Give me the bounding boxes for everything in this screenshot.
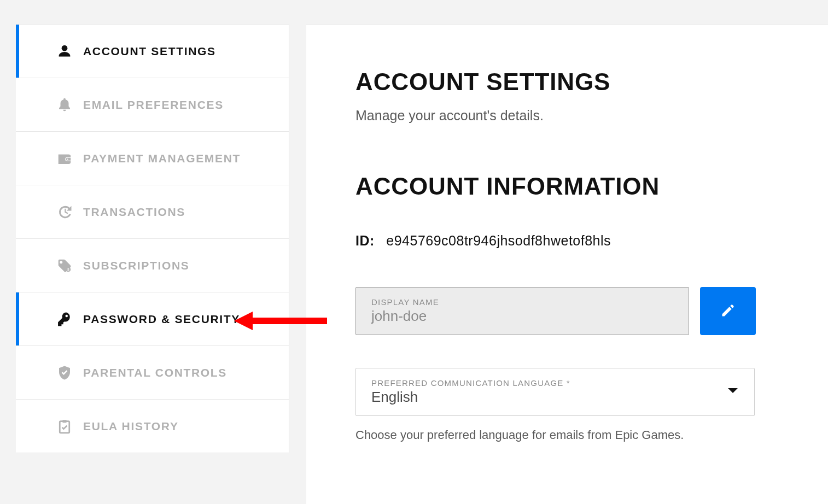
sidebar-item-label: SUBSCRIPTIONS bbox=[83, 259, 190, 272]
tag-icon: $ bbox=[52, 257, 77, 274]
sidebar-item-label: PAYMENT MANAGEMENT bbox=[83, 152, 241, 165]
sidebar-item-eula-history[interactable]: EULA HISTORY bbox=[16, 400, 289, 453]
sidebar-item-email-preferences[interactable]: EMAIL PREFERENCES bbox=[16, 78, 289, 132]
sidebar-item-label: EULA HISTORY bbox=[83, 420, 179, 433]
edit-display-name-button[interactable] bbox=[700, 287, 756, 335]
account-id-label: ID: bbox=[355, 233, 375, 248]
sidebar-item-label: ACCOUNT SETTINGS bbox=[83, 45, 216, 58]
account-id-row: ID: e945769c08tr946jhsodf8hwetof8hls bbox=[355, 233, 779, 249]
sidebar-item-label: EMAIL PREFERENCES bbox=[83, 98, 224, 112]
bell-icon bbox=[52, 97, 77, 113]
page-subtitle: Manage your account's details. bbox=[355, 108, 779, 124]
caret-down-icon bbox=[727, 387, 739, 397]
svg-point-0 bbox=[61, 45, 67, 51]
sidebar-item-parental-controls[interactable]: PARENTAL CONTROLS bbox=[16, 346, 289, 400]
shield-check-icon bbox=[52, 365, 77, 381]
sidebar-item-label: TRANSACTIONS bbox=[83, 206, 185, 219]
display-name-label: DISPLAY NAME bbox=[371, 297, 673, 307]
key-icon bbox=[52, 311, 77, 327]
preferred-language-value: English bbox=[371, 389, 570, 406]
sidebar: ACCOUNT SETTINGS EMAIL PREFERENCES PAYME… bbox=[16, 24, 289, 453]
display-name-value: john-doe bbox=[371, 308, 673, 325]
sidebar-item-transactions[interactable]: TRANSACTIONS bbox=[16, 185, 289, 239]
preferred-language-select[interactable]: PREFERRED COMMUNICATION LANGUAGE * Engli… bbox=[355, 368, 755, 416]
clipboard-check-icon bbox=[52, 418, 77, 435]
display-name-field: DISPLAY NAME john-doe bbox=[355, 287, 689, 335]
sidebar-item-label: PARENTAL CONTROLS bbox=[83, 366, 227, 379]
sidebar-item-subscriptions[interactable]: $ SUBSCRIPTIONS bbox=[16, 239, 289, 292]
sidebar-item-payment-management[interactable]: PAYMENT MANAGEMENT bbox=[16, 132, 289, 185]
display-name-row: DISPLAY NAME john-doe bbox=[355, 287, 779, 335]
main-panel: ACCOUNT SETTINGS Manage your account's d… bbox=[306, 24, 828, 504]
preferred-language-helper: Choose your preferred language for email… bbox=[355, 428, 755, 442]
svg-rect-4 bbox=[62, 420, 67, 423]
preferred-language-label: PREFERRED COMMUNICATION LANGUAGE * bbox=[371, 378, 570, 388]
section-title-account-information: ACCOUNT INFORMATION bbox=[355, 173, 779, 200]
page-title: ACCOUNT SETTINGS bbox=[355, 68, 779, 96]
wallet-icon bbox=[52, 150, 77, 167]
history-icon bbox=[52, 204, 77, 220]
sidebar-item-account-settings[interactable]: ACCOUNT SETTINGS bbox=[16, 25, 289, 78]
sidebar-item-label: PASSWORD & SECURITY bbox=[83, 313, 240, 326]
person-icon bbox=[52, 43, 77, 60]
sidebar-item-password-security[interactable]: PASSWORD & SECURITY bbox=[16, 292, 289, 346]
pencil-icon bbox=[720, 303, 736, 320]
account-id-value: e945769c08tr946jhsodf8hwetof8hls bbox=[386, 233, 611, 248]
